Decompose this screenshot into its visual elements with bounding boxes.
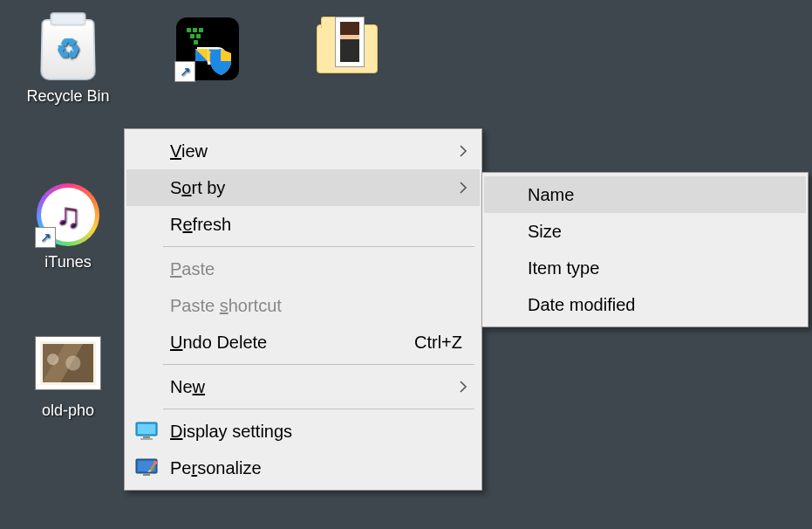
menu-item-new[interactable]: New (126, 368, 480, 405)
svg-rect-10 (140, 438, 153, 440)
svg-rect-8 (138, 424, 155, 434)
itunes-icon: ♫ ↗ (35, 182, 101, 248)
shortcut-overlay-icon: ↗ (35, 227, 56, 248)
svg-rect-0 (187, 28, 191, 32)
menu-item-label: Paste (170, 259, 215, 279)
menu-separator (163, 246, 474, 247)
svg-rect-14 (143, 474, 150, 476)
menu-item-label: Item type (528, 258, 599, 278)
submenu-item-date-modified[interactable]: Date modified (484, 286, 806, 323)
svg-rect-2 (199, 28, 203, 32)
menu-item-label: Personalize (170, 458, 262, 478)
desktop-context-menu: View Sort by Refresh Paste (124, 128, 482, 491)
menu-item-label: Date modified (528, 295, 635, 315)
menu-item-label: Paste shortcut (170, 296, 282, 316)
desktop-icon-label: iTunes (44, 253, 91, 271)
menu-item-personalize[interactable]: Personalize (126, 450, 480, 486)
menu-item-view[interactable]: View (126, 133, 480, 169)
desktop-icon-recycle-bin[interactable]: ♻ Recycle Bin (16, 16, 120, 106)
menu-item-display-settings[interactable]: Display settings (126, 413, 480, 450)
submenu-item-name[interactable]: Name (484, 176, 806, 213)
menu-item-label: Name (528, 185, 574, 205)
chevron-right-icon (459, 181, 467, 195)
svg-rect-4 (196, 34, 201, 38)
menu-item-undo-delete[interactable]: Undo Delete Ctrl+Z (126, 324, 480, 361)
menu-item-sort-by[interactable]: Sort by (126, 169, 480, 206)
svg-point-13 (154, 461, 157, 464)
svg-rect-3 (190, 34, 194, 38)
menu-item-label: Display settings (170, 422, 292, 442)
menu-item-label: Size (528, 222, 562, 242)
photo-icon (35, 330, 101, 396)
menu-item-refresh[interactable]: Refresh (126, 206, 480, 243)
menu-item-paste-shortcut: Paste shortcut (126, 287, 480, 324)
menu-item-shortcut: Ctrl+Z (414, 333, 462, 353)
sort-by-submenu: Name Size Item type Date modified (481, 172, 809, 327)
desktop-icon-itunes[interactable]: ♫ ↗ iTunes (16, 182, 120, 271)
shortcut-overlay-icon: ↗ (174, 61, 195, 82)
menu-item-paste: Paste (126, 251, 480, 287)
menu-separator (163, 364, 474, 365)
personalize-icon (135, 458, 158, 477)
menu-item-label: Refresh (170, 215, 231, 235)
desktop-icon-folder[interactable] (295, 16, 399, 87)
svg-rect-1 (193, 28, 197, 32)
recycle-bin-icon: ♻ (35, 16, 101, 82)
menu-separator (163, 409, 474, 409)
shortcut-app-icon: ↗ (174, 16, 241, 82)
folder-icon (314, 16, 380, 82)
desktop-icon-label: Recycle Bin (26, 87, 109, 106)
menu-item-label: New (170, 377, 205, 397)
svg-rect-9 (143, 436, 150, 438)
desktop-icon-ip-app[interactable]: ↗ (155, 16, 260, 87)
submenu-item-size[interactable]: Size (484, 213, 806, 250)
menu-item-label: Sort by (170, 178, 225, 198)
menu-item-label: Undo Delete (170, 333, 267, 353)
chevron-right-icon (459, 380, 467, 394)
desktop-icon-label: old-pho (42, 402, 94, 420)
submenu-item-item-type[interactable]: Item type (484, 250, 806, 286)
menu-item-label: View (170, 141, 208, 161)
desktop-icon-old-photo[interactable]: old-pho (16, 330, 120, 420)
monitor-icon (135, 422, 158, 441)
svg-rect-5 (194, 40, 198, 45)
chevron-right-icon (459, 144, 467, 158)
